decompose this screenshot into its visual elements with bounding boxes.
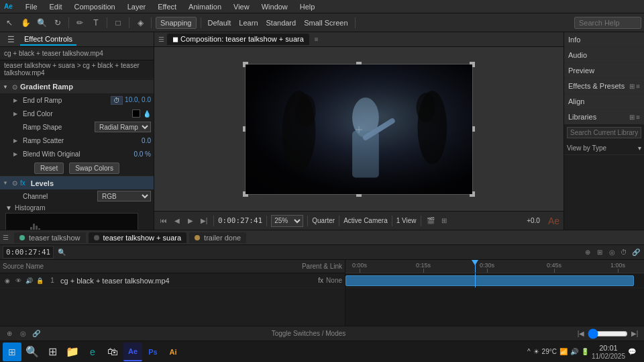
composition-viewer[interactable] bbox=[154, 47, 564, 211]
toolbar-puppet-tool[interactable]: ◈ bbox=[133, 16, 147, 30]
tl-btn4[interactable]: ⏱ bbox=[619, 247, 629, 258]
toolbar-shape-tool[interactable]: □ bbox=[111, 16, 125, 30]
taskbar-ps-icon[interactable]: Ps bbox=[144, 343, 162, 361]
effects-list-icon[interactable]: ≡ bbox=[636, 83, 640, 90]
align-header[interactable]: Align bbox=[564, 94, 644, 109]
menu-edit[interactable]: Edit bbox=[48, 3, 64, 11]
toolbar-text-tool[interactable]: T bbox=[89, 16, 103, 30]
menu-view[interactable]: View bbox=[231, 3, 252, 11]
end-of-ramp-row[interactable]: ▶ End of Ramp ⏱ 10.0, 0.0 bbox=[0, 93, 154, 107]
toolbar-rotate-tool[interactable]: ↻ bbox=[51, 16, 64, 30]
timeline-tab-0[interactable]: teaser talkshow bbox=[14, 232, 86, 243]
toggle-switches-label[interactable]: Toggle Switches / Modes bbox=[272, 330, 346, 337]
preset-small[interactable]: Small Screen bbox=[301, 19, 350, 27]
track-solo-icon[interactable]: ◉ bbox=[3, 276, 12, 285]
zoom-select[interactable]: 25% 50% 100% bbox=[271, 215, 303, 227]
taskbar-search-icon[interactable]: 🔍 bbox=[23, 343, 42, 361]
gradient-ramp-enable[interactable]: ⊙ bbox=[12, 83, 17, 91]
channel-row[interactable]: Channel RGB Red Green Blue Alpha bbox=[0, 189, 154, 203]
panel-menu-icon[interactable]: ☰ bbox=[4, 33, 17, 46]
timeline-timecode[interactable]: 0:00:27:41 bbox=[3, 246, 54, 259]
libraries-list-icon[interactable]: ≡ bbox=[636, 114, 640, 121]
end-color-swatch[interactable] bbox=[132, 109, 140, 118]
ramp-scatter-row[interactable]: ▶ Ramp Scatter 0.0 bbox=[0, 134, 154, 147]
info-header[interactable]: Info bbox=[564, 32, 644, 47]
menu-help[interactable]: Help bbox=[298, 3, 317, 11]
tl-bottom-icon2[interactable]: ◎ bbox=[17, 328, 28, 339]
search-help-input[interactable] bbox=[574, 17, 641, 29]
track-fx-icon[interactable]: fx bbox=[318, 277, 323, 284]
wifi-icon[interactable]: 📶 bbox=[559, 348, 568, 355]
battery-icon[interactable]: 🔋 bbox=[581, 348, 589, 355]
tl-bottom-icon1[interactable]: ⊕ bbox=[4, 328, 15, 339]
preset-learn[interactable]: Learn bbox=[236, 19, 260, 27]
menu-layer[interactable]: Layer bbox=[125, 3, 148, 11]
ramp-shape-row[interactable]: Ramp Shape Radial Ramp Linear Ramp bbox=[0, 120, 154, 134]
library-search-input[interactable] bbox=[567, 127, 641, 138]
levels-header[interactable]: ▼ ⊙ fx Levels bbox=[0, 176, 154, 189]
libraries-header[interactable]: Libraries ⊞ ≡ bbox=[564, 109, 644, 124]
levels-enable[interactable]: ⊙ bbox=[12, 179, 17, 187]
blend-original-row[interactable]: ▶ Blend With Original 0.0 % bbox=[0, 147, 154, 161]
ramp-scatter-value[interactable]: 0.0 bbox=[124, 137, 151, 144]
tray-icons[interactable]: ^ bbox=[527, 348, 531, 355]
menu-composition[interactable]: Composition bbox=[72, 3, 117, 11]
tl-bottom-icon3[interactable]: 🔗 bbox=[31, 328, 42, 339]
grid-icon[interactable]: ⊞ bbox=[439, 216, 449, 226]
comp-menu-icon[interactable]: ≡ bbox=[315, 36, 319, 43]
toolbar-zoom-tool[interactable]: 🔍 bbox=[35, 16, 48, 30]
effect-controls-tab[interactable]: Effect Controls bbox=[20, 34, 76, 46]
reset-button[interactable]: Reset bbox=[34, 163, 64, 174]
playback-next-frame[interactable]: ▶| bbox=[199, 216, 209, 226]
libraries-grid-icon[interactable]: ⊞ bbox=[629, 114, 635, 121]
volume-icon[interactable]: 🔊 bbox=[570, 348, 578, 355]
histogram-expand[interactable]: ▼ bbox=[5, 204, 12, 212]
taskbar-ai-icon[interactable]: Ai bbox=[164, 343, 182, 361]
track-visibility-icon[interactable]: 👁 bbox=[13, 276, 23, 285]
tl-btn2[interactable]: ⊞ bbox=[594, 247, 605, 258]
end-color-dropper[interactable]: 💧 bbox=[143, 110, 151, 118]
ramp-shape-select[interactable]: Radial Ramp Linear Ramp bbox=[95, 122, 151, 132]
taskbar-explorer-icon[interactable]: 📁 bbox=[63, 343, 82, 361]
track-audio-icon[interactable]: 🔊 bbox=[24, 276, 34, 285]
taskbar-ae-icon[interactable]: Ae bbox=[123, 343, 142, 361]
channel-select[interactable]: RGB Red Green Blue Alpha bbox=[97, 191, 151, 201]
playback-play[interactable]: ▶ bbox=[185, 216, 196, 226]
gradient-ramp-header[interactable]: ▼ ⊙ Gradient Ramp bbox=[0, 80, 154, 93]
tl-btn1[interactable]: ⊕ bbox=[582, 247, 593, 258]
end-of-ramp-value[interactable]: 10.0, 0.0 bbox=[124, 96, 151, 105]
effects-header[interactable]: Effects & Presets ⊞ ≡ bbox=[564, 79, 644, 93]
timeline-menu-icon[interactable]: ☰ bbox=[3, 234, 9, 241]
comp-tab[interactable]: ◼ Composition: teaser talkshow + suara bbox=[167, 34, 309, 45]
timeline-zoom-slider[interactable] bbox=[588, 331, 628, 336]
playhead[interactable] bbox=[475, 260, 476, 273]
taskbar-clock[interactable]: 20:01 11/02/2025 bbox=[592, 343, 625, 360]
end-color-row[interactable]: ▶ End Color 💧 bbox=[0, 107, 154, 120]
tl-playback-start[interactable]: |◀ bbox=[576, 328, 586, 339]
view-by-type[interactable]: View by Type ▾ bbox=[564, 141, 644, 154]
taskbar-edge-icon[interactable]: e bbox=[83, 343, 102, 361]
preset-standard[interactable]: Standard bbox=[264, 19, 299, 27]
menu-animation[interactable]: Animation bbox=[186, 3, 223, 11]
camera-settings[interactable]: 🎬 bbox=[425, 216, 436, 226]
tl-playback-end[interactable]: ▶| bbox=[629, 328, 640, 339]
menu-effect[interactable]: Effect bbox=[156, 3, 178, 11]
toolbar-selection-tool[interactable]: ↖ bbox=[3, 16, 16, 30]
menu-file[interactable]: File bbox=[23, 3, 40, 11]
timeline-tab-2[interactable]: trailer done bbox=[189, 232, 246, 243]
blend-original-value[interactable]: 0.0 % bbox=[124, 150, 151, 158]
playback-start[interactable]: ⏮ bbox=[158, 216, 169, 226]
end-of-ramp-stopwatch[interactable]: ⏱ bbox=[111, 96, 123, 105]
notification-icon[interactable]: 💬 bbox=[628, 348, 636, 355]
effects-grid-icon[interactable]: ⊞ bbox=[629, 83, 635, 90]
tl-btn3[interactable]: ◎ bbox=[606, 247, 617, 258]
swap-colors-button[interactable]: Swap Colors bbox=[69, 163, 119, 174]
timeline-tab-1[interactable]: teaser talkshow + suara bbox=[89, 232, 187, 243]
track-lock-icon[interactable]: 🔒 bbox=[35, 276, 44, 285]
toolbar-pen-tool[interactable]: ✏ bbox=[73, 16, 87, 30]
tl-btn5[interactable]: 🔗 bbox=[631, 247, 641, 258]
preview-header[interactable]: Preview bbox=[564, 63, 644, 78]
preset-default[interactable]: Default bbox=[205, 19, 234, 27]
playback-prev-frame[interactable]: ◀ bbox=[172, 216, 182, 226]
start-button[interactable]: ⊞ bbox=[3, 343, 21, 361]
